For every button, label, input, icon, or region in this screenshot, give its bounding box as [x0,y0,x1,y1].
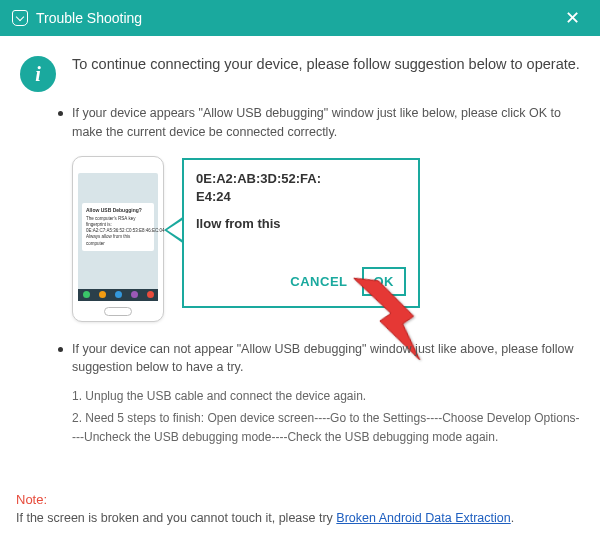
cancel-button[interactable]: CANCEL [290,274,347,289]
nav-icon [115,291,122,298]
note-after: . [511,511,514,525]
nav-icon [83,291,90,298]
bullet-1-text: If your device appears "Allow USB debugg… [72,104,580,142]
titlebar: Trouble Shooting ✕ [0,0,600,36]
phone-mockup: Allow USB Debugging? The computer's RSA … [72,156,164,322]
phone-nav [78,289,158,301]
dialog-buttons: CANCEL OK [290,267,406,296]
window-title: Trouble Shooting [36,10,142,26]
steps: 1. Unplug the USB cable and connect the … [20,387,580,448]
shield-icon [12,10,28,26]
bullet-1: If your device appears "Allow USB debugg… [72,104,580,142]
phone-dialog-body: The computer's RSA key fingerprint is: 0… [86,216,150,247]
phone-dialog-title: Allow USB Debugging? [86,207,150,214]
note-text: If the screen is broken and you cannot t… [16,511,514,525]
mac-address-line1: 0E:A2:AB:3D:52:FA: [196,170,406,188]
info-icon: i [20,56,56,92]
step-2: 2. Need 5 steps to finish: Open device s… [72,409,580,447]
callout-box: 0E:A2:AB:3D:52:FA: E4:24 llow from this … [182,158,420,308]
broken-android-link[interactable]: Broken Android Data Extraction [336,511,510,525]
close-icon[interactable]: ✕ [557,3,588,33]
note-section: Note: If the screen is broken and you ca… [16,490,584,528]
home-button-shape [104,307,132,316]
phone-dialog: Allow USB Debugging? The computer's RSA … [82,203,154,251]
ok-button[interactable]: OK [362,267,407,296]
bullet-2: If your device can not appear "Allow USB… [72,340,580,378]
phone-screen: Allow USB Debugging? The computer's RSA … [78,173,158,301]
titlebar-left: Trouble Shooting [12,10,142,26]
mac-address-line2: E4:24 [196,188,406,206]
bullet-2-text: If your device can not appear "Allow USB… [72,340,580,378]
note-label: Note: [16,492,47,507]
nav-icon [99,291,106,298]
intro-text: To continue connecting your device, plea… [72,54,580,92]
step-1: 1. Unplug the USB cable and connect the … [72,387,580,406]
content: i To continue connecting your device, pl… [0,36,600,461]
callout-tail [164,216,184,244]
nav-icon [147,291,154,298]
nav-icon [131,291,138,298]
illustration: Allow USB Debugging? The computer's RSA … [72,156,580,326]
header-row: i To continue connecting your device, pl… [20,54,580,92]
note-before: If the screen is broken and you cannot t… [16,511,336,525]
allow-text: llow from this [196,216,406,231]
